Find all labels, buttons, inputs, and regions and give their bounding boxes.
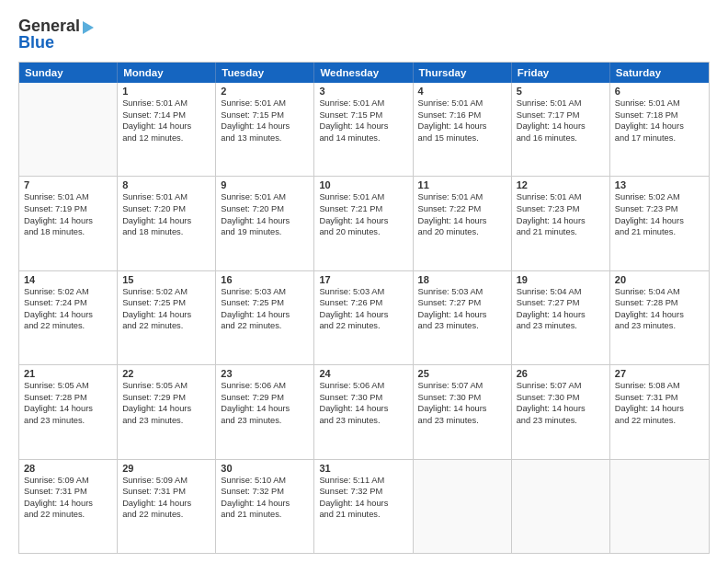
calendar-cell: 30Sunrise: 5:10 AMSunset: 7:32 PMDayligh… xyxy=(216,460,314,553)
header: General Blue xyxy=(18,17,710,52)
calendar-cell: 6Sunrise: 5:01 AMSunset: 7:18 PMDaylight… xyxy=(610,83,709,176)
cell-line: Sunrise: 5:06 AM xyxy=(319,380,407,392)
day-number: 15 xyxy=(122,274,210,285)
calendar-cell: 13Sunrise: 5:02 AMSunset: 7:23 PMDayligh… xyxy=(610,177,709,270)
calendar-header-cell: Friday xyxy=(512,63,610,83)
cell-line: Daylight: 14 hours xyxy=(517,309,605,321)
cell-line: Sunrise: 5:07 AM xyxy=(517,380,605,392)
cell-line: Sunset: 7:22 PM xyxy=(418,203,506,215)
cell-line: Daylight: 14 hours xyxy=(122,309,210,321)
cell-line: Sunset: 7:31 PM xyxy=(24,486,112,498)
calendar-cell: 8Sunrise: 5:01 AMSunset: 7:20 PMDaylight… xyxy=(118,177,216,270)
calendar-row: 7Sunrise: 5:01 AMSunset: 7:19 PMDaylight… xyxy=(19,176,709,270)
cell-line: and 13 minutes. xyxy=(221,132,309,144)
cell-line: Sunrise: 5:04 AM xyxy=(517,286,605,298)
cell-line: Sunrise: 5:11 AM xyxy=(319,475,407,487)
cell-line: Sunrise: 5:03 AM xyxy=(418,286,506,298)
day-number: 29 xyxy=(122,463,210,474)
cell-line: Sunset: 7:26 PM xyxy=(319,297,407,309)
cell-line: Daylight: 14 hours xyxy=(615,403,704,415)
cell-line: Sunrise: 5:01 AM xyxy=(221,98,309,109)
cell-line: Sunset: 7:30 PM xyxy=(517,392,605,404)
day-number: 18 xyxy=(418,274,506,285)
cell-line: and 20 minutes. xyxy=(319,226,407,238)
cell-line: and 22 minutes. xyxy=(221,320,309,332)
cell-line: Daylight: 14 hours xyxy=(319,309,407,321)
calendar-cell: 18Sunrise: 5:03 AMSunset: 7:27 PMDayligh… xyxy=(414,271,512,364)
cell-line: Sunset: 7:29 PM xyxy=(122,392,210,404)
cell-line: Daylight: 14 hours xyxy=(615,215,704,227)
calendar-row: 1Sunrise: 5:01 AMSunset: 7:14 PMDaylight… xyxy=(19,83,709,176)
cell-line: Sunrise: 5:08 AM xyxy=(615,380,704,392)
cell-line: Sunrise: 5:07 AM xyxy=(418,380,506,392)
calendar-cell: 19Sunrise: 5:04 AMSunset: 7:27 PMDayligh… xyxy=(512,271,610,364)
calendar-cell: 5Sunrise: 5:01 AMSunset: 7:17 PMDaylight… xyxy=(512,83,610,176)
day-number: 13 xyxy=(615,179,704,190)
cell-line: Daylight: 14 hours xyxy=(221,215,309,227)
cell-line: Sunrise: 5:01 AM xyxy=(221,191,309,203)
calendar-cell xyxy=(19,83,118,176)
day-number: 6 xyxy=(615,86,704,97)
cell-line: Sunset: 7:14 PM xyxy=(122,109,210,121)
cell-line: Sunset: 7:23 PM xyxy=(517,203,605,215)
day-number: 28 xyxy=(24,463,112,474)
day-number: 30 xyxy=(221,463,309,474)
day-number: 24 xyxy=(319,368,407,379)
day-number: 26 xyxy=(517,368,605,379)
cell-line: Daylight: 14 hours xyxy=(418,215,506,227)
cell-line: and 23 minutes. xyxy=(221,415,309,427)
day-number: 25 xyxy=(418,368,506,379)
cell-line: Sunset: 7:20 PM xyxy=(221,203,309,215)
day-number: 10 xyxy=(319,179,407,190)
calendar-cell: 24Sunrise: 5:06 AMSunset: 7:30 PMDayligh… xyxy=(314,365,413,458)
cell-line: Sunrise: 5:03 AM xyxy=(221,286,309,298)
cell-line: Sunrise: 5:10 AM xyxy=(221,475,309,487)
day-number: 20 xyxy=(615,274,704,285)
cell-line: Sunset: 7:21 PM xyxy=(319,203,407,215)
cell-line: Daylight: 14 hours xyxy=(24,215,112,227)
day-number: 8 xyxy=(122,179,210,190)
day-number: 5 xyxy=(517,86,605,97)
calendar-cell: 20Sunrise: 5:04 AMSunset: 7:28 PMDayligh… xyxy=(610,271,709,364)
cell-line: Sunrise: 5:03 AM xyxy=(319,286,407,298)
day-number: 9 xyxy=(221,179,309,190)
cell-line: Daylight: 14 hours xyxy=(24,498,112,510)
calendar-cell: 9Sunrise: 5:01 AMSunset: 7:20 PMDaylight… xyxy=(216,177,314,270)
cell-line: and 20 minutes. xyxy=(418,226,506,238)
calendar-header: SundayMondayTuesdayWednesdayThursdayFrid… xyxy=(19,63,709,83)
calendar-cell: 27Sunrise: 5:08 AMSunset: 7:31 PMDayligh… xyxy=(610,365,709,458)
calendar-cell: 28Sunrise: 5:09 AMSunset: 7:31 PMDayligh… xyxy=(19,460,118,553)
calendar-cell: 29Sunrise: 5:09 AMSunset: 7:31 PMDayligh… xyxy=(118,460,216,553)
day-number: 11 xyxy=(418,179,506,190)
cell-line: Sunrise: 5:01 AM xyxy=(517,98,605,109)
cell-line: Sunset: 7:23 PM xyxy=(615,203,704,215)
cell-line: Sunset: 7:31 PM xyxy=(122,486,210,498)
cell-line: Daylight: 14 hours xyxy=(122,498,210,510)
cell-line: Daylight: 14 hours xyxy=(418,121,506,132)
cell-line: and 23 minutes. xyxy=(418,320,506,332)
cell-line: Daylight: 14 hours xyxy=(221,121,309,132)
cell-line: Sunset: 7:32 PM xyxy=(221,486,309,498)
calendar-body: 1Sunrise: 5:01 AMSunset: 7:14 PMDaylight… xyxy=(19,83,709,553)
cell-line: and 23 minutes. xyxy=(319,415,407,427)
calendar-cell: 22Sunrise: 5:05 AMSunset: 7:29 PMDayligh… xyxy=(118,365,216,458)
day-number: 21 xyxy=(24,368,112,379)
cell-line: and 22 minutes. xyxy=(319,320,407,332)
day-number: 17 xyxy=(319,274,407,285)
cell-line: Sunrise: 5:06 AM xyxy=(221,380,309,392)
cell-line: and 12 minutes. xyxy=(122,132,210,144)
calendar-cell: 1Sunrise: 5:01 AMSunset: 7:14 PMDaylight… xyxy=(118,83,216,176)
cell-line: Sunset: 7:30 PM xyxy=(418,392,506,404)
cell-line: and 21 minutes. xyxy=(615,226,704,238)
cell-line: and 23 minutes. xyxy=(517,320,605,332)
day-number: 7 xyxy=(24,179,112,190)
cell-line: Sunrise: 5:01 AM xyxy=(24,191,112,203)
calendar-cell: 25Sunrise: 5:07 AMSunset: 7:30 PMDayligh… xyxy=(414,365,512,458)
calendar-cell: 26Sunrise: 5:07 AMSunset: 7:30 PMDayligh… xyxy=(512,365,610,458)
cell-line: Daylight: 14 hours xyxy=(122,403,210,415)
calendar-cell: 4Sunrise: 5:01 AMSunset: 7:16 PMDaylight… xyxy=(414,83,512,176)
calendar-cell: 7Sunrise: 5:01 AMSunset: 7:19 PMDaylight… xyxy=(19,177,118,270)
day-number: 22 xyxy=(122,368,210,379)
cell-line: and 22 minutes. xyxy=(615,415,704,427)
calendar-cell: 10Sunrise: 5:01 AMSunset: 7:21 PMDayligh… xyxy=(314,177,413,270)
